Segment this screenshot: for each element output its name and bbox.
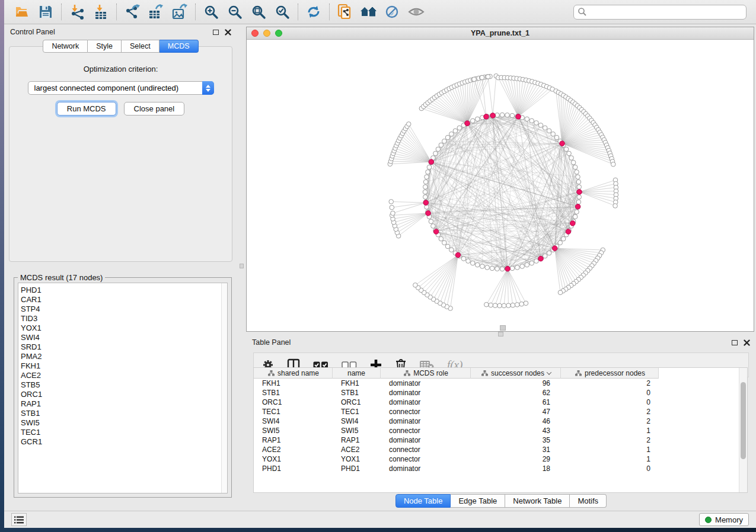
memory-button[interactable]: Memory bbox=[699, 513, 749, 526]
mcds-result-item[interactable]: SRD1 bbox=[21, 342, 227, 352]
table-panel: Table Panel bbox=[246, 335, 756, 511]
tab-mcds[interactable]: MCDS bbox=[160, 40, 199, 53]
mcds-result-item[interactable]: STB1 bbox=[21, 409, 227, 418]
column-header-mcds-role[interactable]: MCDS role bbox=[381, 368, 471, 379]
table-row[interactable]: TEC1TEC1connector472 bbox=[254, 407, 747, 416]
table-scrollbar[interactable] bbox=[739, 368, 747, 492]
table-row[interactable]: SWI4SWI4dominator462 bbox=[254, 416, 747, 426]
import-network-icon[interactable] bbox=[65, 2, 89, 21]
zoom-in-icon[interactable] bbox=[199, 2, 223, 21]
mcds-result-item[interactable]: TID3 bbox=[21, 314, 227, 323]
import-table-icon[interactable] bbox=[89, 2, 113, 21]
tab-motifs[interactable]: Motifs bbox=[570, 494, 607, 508]
run-mcds-button[interactable]: Run MCDS bbox=[57, 102, 116, 116]
cell-predecessor-nodes: 2 bbox=[561, 416, 659, 426]
close-icon[interactable] bbox=[225, 29, 231, 36]
table-row[interactable]: SWI5SWI5connector431 bbox=[254, 426, 747, 435]
network-canvas[interactable] bbox=[247, 40, 754, 331]
application-window: Control Panel NetworkStyleSelectMCDS Opt… bbox=[4, 0, 756, 528]
mcds-result-item[interactable]: SWI4 bbox=[21, 333, 227, 342]
mcds-result-item[interactable]: ACE2 bbox=[21, 371, 227, 380]
memory-label: Memory bbox=[715, 515, 743, 524]
tab-edge-table[interactable]: Edge Table bbox=[451, 494, 505, 508]
search-input[interactable] bbox=[587, 8, 742, 17]
table-scrollbar-thumb[interactable] bbox=[741, 382, 746, 459]
hide-graphics-details-icon[interactable] bbox=[381, 2, 404, 21]
zoom-fit-selected-icon[interactable] bbox=[270, 2, 294, 21]
cell-shared-name: STB1 bbox=[254, 388, 333, 398]
toolbar-separator bbox=[116, 4, 117, 20]
table-row[interactable]: ORC1ORC1dominator610 bbox=[254, 398, 747, 407]
network-window-titlebar[interactable]: YPA_prune.txt_1 bbox=[247, 27, 754, 40]
mcds-result-item[interactable]: STB5 bbox=[21, 380, 227, 390]
mcds-result-item[interactable]: SWI5 bbox=[21, 418, 227, 428]
export-network-icon[interactable] bbox=[120, 2, 144, 21]
cell-successor-nodes: 29 bbox=[471, 454, 561, 464]
cell-mcds-role: dominator bbox=[381, 464, 471, 473]
mcds-result-item[interactable]: PHD1 bbox=[21, 286, 227, 295]
mcds-result-item[interactable]: ORC1 bbox=[21, 390, 227, 399]
mcds-result-item[interactable]: PMA2 bbox=[21, 352, 227, 361]
tab-style[interactable]: Style bbox=[88, 40, 122, 53]
cell-name: FKH1 bbox=[333, 379, 381, 388]
column-header-successor-nodes[interactable]: successor nodes bbox=[471, 368, 561, 379]
cell-successor-nodes: 35 bbox=[471, 435, 561, 445]
zoom-out-icon[interactable] bbox=[223, 2, 247, 21]
column-label: predecessor nodes bbox=[585, 369, 645, 377]
mcds-list-scrollbar[interactable] bbox=[221, 283, 227, 493]
new-network-from-selection-icon[interactable] bbox=[333, 2, 357, 21]
tab-network-table[interactable]: Network Table bbox=[505, 494, 570, 508]
table-row[interactable]: RAP1RAP1dominator352 bbox=[254, 435, 747, 445]
tab-select[interactable]: Select bbox=[122, 40, 160, 53]
float-icon[interactable] bbox=[732, 340, 738, 345]
show-graphics-details-icon[interactable] bbox=[404, 2, 428, 21]
control-panel: Control Panel NetworkStyleSelectMCDS Opt… bbox=[4, 24, 237, 511]
table-row[interactable]: YOX1YOX1connector291 bbox=[254, 454, 747, 464]
cell-successor-nodes: 61 bbox=[471, 398, 561, 407]
mcds-result-item[interactable]: STP4 bbox=[21, 305, 227, 314]
cell-name: YOX1 bbox=[333, 454, 381, 464]
main-area: YPA_prune.txt_1 Table Panel bbox=[246, 24, 756, 511]
toolbar-separator bbox=[298, 4, 298, 20]
mcds-result-item[interactable]: RAP1 bbox=[21, 399, 227, 409]
control-panel-title: Control Panel bbox=[10, 28, 55, 36]
column-type-icon bbox=[404, 370, 410, 376]
close-panel-button[interactable]: Close panel bbox=[124, 102, 185, 116]
column-header-name[interactable]: name bbox=[333, 368, 381, 379]
export-table-icon[interactable] bbox=[144, 2, 168, 21]
float-icon[interactable] bbox=[213, 30, 219, 35]
zoom-fit-content-icon[interactable] bbox=[247, 2, 270, 21]
horizontal-splitter-grip[interactable] bbox=[498, 332, 503, 336]
column-header-predecessor-nodes[interactable]: predecessor nodes bbox=[561, 368, 659, 379]
control-panel-tabs: NetworkStyleSelectMCDS bbox=[4, 40, 237, 53]
export-image-icon[interactable] bbox=[168, 2, 192, 21]
mcds-result-list[interactable]: PHD1CAR1STP4TID3YOX1SWI4SRD1PMA2FKH1ACE2… bbox=[18, 283, 228, 493]
mcds-result-item[interactable]: CAR1 bbox=[21, 295, 227, 305]
close-icon[interactable] bbox=[744, 339, 750, 346]
cell-name: ACE2 bbox=[333, 445, 381, 454]
cell-mcds-role: connector bbox=[381, 407, 471, 416]
menu-list-icon[interactable] bbox=[11, 513, 27, 526]
mcds-result-item[interactable]: FKH1 bbox=[21, 361, 227, 371]
splitter-grip[interactable] bbox=[240, 264, 244, 268]
cell-predecessor-nodes: 0 bbox=[561, 464, 659, 473]
tab-node-table[interactable]: Node Table bbox=[395, 494, 451, 508]
open-folder-icon[interactable] bbox=[10, 2, 34, 21]
save-session-icon[interactable] bbox=[34, 2, 58, 21]
toolbar-separator bbox=[329, 4, 330, 20]
table-row[interactable]: STB1STB1dominator620 bbox=[254, 388, 747, 398]
mcds-result-item[interactable]: YOX1 bbox=[21, 323, 227, 333]
column-header-shared-name[interactable]: shared name bbox=[254, 368, 333, 379]
search-box[interactable] bbox=[573, 5, 747, 20]
network-hscroll-thumb[interactable] bbox=[500, 325, 506, 331]
table-row[interactable]: PHD1PHD1dominator180 bbox=[254, 464, 747, 473]
optimization-criterion-select[interactable]: largest connected component (undirected) bbox=[28, 81, 214, 95]
home-icon[interactable] bbox=[357, 2, 381, 21]
vertical-splitter[interactable] bbox=[237, 24, 246, 511]
table-row[interactable]: FKH1FKH1dominator962 bbox=[254, 379, 747, 388]
tab-network[interactable]: Network bbox=[43, 40, 88, 53]
apply-layout-icon[interactable] bbox=[302, 2, 326, 21]
mcds-result-item[interactable]: GCR1 bbox=[21, 437, 227, 447]
mcds-result-item[interactable]: TEC1 bbox=[21, 428, 227, 437]
table-row[interactable]: ACE2ACE2connector311 bbox=[254, 445, 747, 454]
